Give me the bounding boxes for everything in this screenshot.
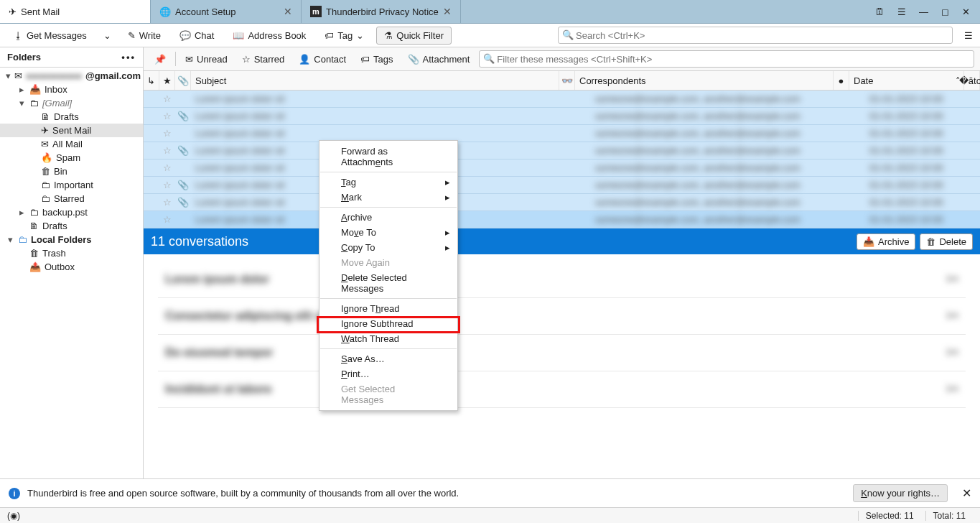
ctx-tag[interactable]: Tag▸ <box>319 175 457 190</box>
ctx-save-as[interactable]: Save As… <box>319 351 457 366</box>
main-toolbar: Get Messages ⌄ Write Chat Address Book T… <box>0 24 980 47</box>
folder-trash[interactable]: 🗑Trash <box>0 246 143 260</box>
minimize-icon[interactable]: — <box>919 6 928 17</box>
message-row[interactable]: Lorem ipsum dolor sitsomeone@example.com… <box>144 125 980 142</box>
tab-label: Account Setup <box>175 6 236 17</box>
folder-label: Inbox <box>45 84 67 95</box>
account-row[interactable]: ▾✉ xxxxxxxxxxxx@gmail.com <box>0 69 143 83</box>
tasks-icon[interactable]: ☰ <box>897 6 906 17</box>
col-picker[interactable]: �ător <box>964 71 980 90</box>
ctx-forward-as-attachments[interactable]: Forward as Attachments <box>319 144 457 170</box>
ctx-move-to[interactable]: Move To▸ <box>319 225 457 240</box>
folder-label: Sent Mail <box>52 125 91 136</box>
archive-button[interactable]: 📥Archive <box>857 233 915 250</box>
folder-drafts[interactable]: 🗎Drafts <box>0 219 143 233</box>
folder-backup-pst[interactable]: ▸🗀backup.pst <box>0 205 143 219</box>
folder--gmail-[interactable]: ▾🗀[Gmail] <box>0 96 143 110</box>
preview-item[interactable]: Consectetur adipiscing elit sed1m <box>158 298 966 335</box>
col-attachment[interactable] <box>175 71 191 90</box>
col-tag[interactable]: ● <box>834 71 849 90</box>
filter-input[interactable] <box>479 50 974 68</box>
filter-contact[interactable]: Contact <box>294 52 351 67</box>
search-input[interactable] <box>558 27 953 44</box>
ctx-print[interactable]: Print… <box>319 366 457 381</box>
folders-title: Folders <box>7 52 41 63</box>
tab-account-setup[interactable]: Account Setup ✕ <box>151 0 302 23</box>
activity-icon[interactable]: (◉) <box>7 511 20 521</box>
folder-drafts[interactable]: 🗎Drafts <box>0 110 143 124</box>
folder-bin[interactable]: 🗑Bin <box>0 165 143 178</box>
filter-attachment[interactable]: Attachment <box>403 52 475 67</box>
close-icon[interactable]: ✕ <box>284 6 292 17</box>
message-row[interactable]: Lorem ipsum dolor sitsomeone@example.com… <box>144 159 980 177</box>
folder-inbox[interactable]: ▸📥Inbox <box>0 83 143 96</box>
tab-label: Thunderbird Privacy Notice <box>326 6 439 17</box>
col-correspondents[interactable]: Correspondents <box>575 71 834 90</box>
get-messages-dropdown[interactable]: ⌄ <box>99 27 116 44</box>
col-thread[interactable]: ↳ <box>144 71 159 90</box>
folder-important[interactable]: 🗀Important <box>0 178 143 192</box>
filter-starred[interactable]: Starred <box>237 52 290 67</box>
message-row[interactable]: Lorem ipsum dolor sitsomeone@example.com… <box>144 194 980 211</box>
col-date[interactable]: Date˄ <box>849 71 964 90</box>
filter-icon: ⚗ <box>384 30 393 41</box>
ctx-copy-to[interactable]: Copy To▸ <box>319 240 457 255</box>
message-row[interactable]: Lorem ipsum dolor sitsomeone@example.com… <box>144 142 980 159</box>
folder-all-mail[interactable]: ✉All Mail <box>0 137 143 151</box>
message-row[interactable]: Lorem ipsum dolor sitsomeone@example.com… <box>144 211 980 228</box>
folder-label: [Gmail] <box>42 98 72 108</box>
ctx-delete-selected-messages[interactable]: Delete Selected Messages <box>319 270 457 296</box>
info-close-icon[interactable]: ✕ <box>962 486 971 500</box>
folder-label: Spam <box>56 152 80 163</box>
close-window-icon[interactable]: ✕ <box>962 6 970 17</box>
search-icon: 🔍 <box>483 53 495 64</box>
ctx-ignore-thread[interactable]: Ignore Thread <box>319 301 457 316</box>
message-list[interactable]: Lorem ipsum dolor sitsomeone@example.com… <box>144 91 980 228</box>
tab-sent-mail[interactable]: Sent Mail <box>0 0 151 23</box>
ctx-get-selected-messages: Get Selected Messages <box>319 381 457 407</box>
calendar-icon[interactable]: 🗓 <box>875 6 885 17</box>
col-star[interactable]: ★ <box>159 71 175 90</box>
folder-spam[interactable]: 🔥Spam <box>0 151 143 165</box>
filter-unread[interactable]: ✉Unread <box>180 52 233 67</box>
chat-button[interactable]: Chat <box>173 27 220 44</box>
get-messages-button[interactable]: Get Messages <box>7 27 93 44</box>
know-your-rights-button[interactable]: Know your rights… <box>853 484 948 502</box>
message-row[interactable]: Lorem ipsum dolor sitsomeone@example.com… <box>144 91 980 108</box>
tab-privacy[interactable]: m Thunderbird Privacy Notice ✕ <box>302 0 461 23</box>
chat-icon <box>179 30 191 41</box>
close-icon[interactable]: ✕ <box>443 6 452 17</box>
folder-options-icon[interactable]: ••• <box>121 52 136 63</box>
delete-button[interactable]: 🗑Delete <box>920 233 973 250</box>
ctx-archive[interactable]: Archive <box>319 210 457 225</box>
app-menu-icon[interactable]: ☰ <box>964 30 973 41</box>
preview-item[interactable]: Incididunt ut labore1m <box>158 371 966 408</box>
preview-item[interactable]: Lorem ipsum dolor1m <box>158 262 966 298</box>
folder-outbox[interactable]: 📤Outbox <box>0 260 143 274</box>
ctx-ignore-subthread[interactable]: Ignore Subthread <box>319 316 457 331</box>
preview-pane[interactable]: Lorem ipsum dolor1m Consectetur adipisci… <box>144 254 980 478</box>
filter-tags[interactable]: Tags <box>355 52 398 67</box>
tag-button[interactable]: Tag ⌄ <box>318 27 370 44</box>
maximize-icon[interactable]: ◻ <box>941 6 949 17</box>
write-button[interactable]: Write <box>121 27 167 44</box>
keep-filters-icon[interactable]: 📌 <box>149 52 171 67</box>
fire-icon: 🔥 <box>41 152 52 163</box>
folder-label: Trash <box>42 248 66 259</box>
ctx-watch-thread[interactable]: Watch Thread <box>319 331 457 346</box>
folder-label: Drafts <box>54 111 79 122</box>
folder-starred[interactable]: 🗀Starred <box>0 192 143 205</box>
col-subject[interactable]: Subject <box>191 71 559 90</box>
address-book-label: Address Book <box>248 30 306 41</box>
ctx-mark[interactable]: Mark▸ <box>319 190 457 205</box>
message-row[interactable]: Lorem ipsum dolor sitsomeone@example.com… <box>144 108 980 125</box>
folder-sent-mail[interactable]: ✈Sent Mail <box>0 124 143 137</box>
quick-filter-button[interactable]: ⚗ Quick Filter <box>376 27 452 45</box>
message-row[interactable]: Lorem ipsum dolor sitsomeone@example.com… <box>144 177 980 194</box>
local-folders-row[interactable]: ▾ Local Folders <box>0 233 143 246</box>
selected-count: 11 <box>904 511 913 521</box>
col-security[interactable]: 👓 <box>559 71 575 90</box>
preview-item[interactable]: Do eiusmod tempor1m <box>158 335 966 371</box>
address-book-button[interactable]: Address Book <box>226 27 312 44</box>
info-icon: i <box>9 488 20 499</box>
